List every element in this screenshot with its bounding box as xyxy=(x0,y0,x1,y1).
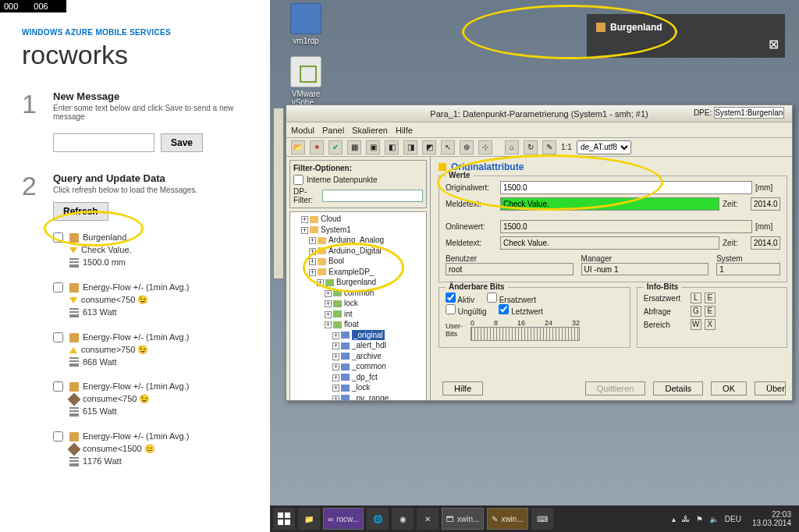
taskbar-osk[interactable]: ⌨ xyxy=(531,508,553,530)
list-item[interactable]: Burgenland Check Value. 1500.0 mm xyxy=(53,232,256,269)
expand-icon[interactable]: + xyxy=(325,290,332,297)
taskbar-xwin1[interactable]: 🗔 xwin... xyxy=(442,508,484,530)
tool-icon[interactable]: ⌂ xyxy=(505,140,519,154)
tool-icon[interactable]: ◨ xyxy=(403,140,417,154)
expand-icon[interactable]: + xyxy=(301,227,308,234)
tree-node[interactable]: +Cloud xyxy=(301,214,424,225)
start-button[interactable] xyxy=(273,508,295,530)
item-checkbox[interactable] xyxy=(53,431,63,442)
expand-icon[interactable]: + xyxy=(309,269,316,276)
cb-ungueltig[interactable] xyxy=(446,304,456,314)
hilfe-button[interactable]: Hilfe xyxy=(442,381,483,395)
tree-node[interactable]: +System1 xyxy=(301,225,424,236)
taskbar-ie[interactable]: 🌐 xyxy=(367,508,389,530)
tray-icon[interactable]: 🔈 xyxy=(709,515,719,523)
desktop-icon-vmware[interactable]: VMware vSphe... xyxy=(284,56,328,107)
expand-icon[interactable]: + xyxy=(309,258,316,265)
new-message-input[interactable] xyxy=(53,133,154,152)
infobit-a[interactable]: G xyxy=(691,306,701,317)
tool-icon[interactable]: ✔ xyxy=(328,140,343,154)
expand-icon[interactable]: + xyxy=(332,332,339,339)
tool-icon[interactable]: ◧ xyxy=(385,140,399,154)
tool-icon[interactable]: ↖ xyxy=(441,140,455,154)
desktop-icon-rdp[interactable]: vm1rdp xyxy=(284,3,328,45)
cb-ersatzwert[interactable] xyxy=(487,293,497,303)
menu-panel[interactable]: Panel xyxy=(322,126,344,135)
list-item[interactable]: Energy-Flow +/- (1min Avg.) consume>750 … xyxy=(53,332,256,369)
tool-icon[interactable]: ▦ xyxy=(347,140,361,154)
originalwert-input[interactable] xyxy=(500,181,752,194)
menu-hilfe[interactable]: Hilfe xyxy=(396,126,413,135)
meldetext-input[interactable] xyxy=(500,197,719,211)
userbits-scale[interactable] xyxy=(471,327,580,341)
refresh-button[interactable]: Refresh xyxy=(53,202,108,221)
tree-node[interactable]: +Arduino_Digital xyxy=(301,246,424,257)
azure-link[interactable]: WINDOWS AZURE MOBILE SERVICES xyxy=(22,28,256,37)
close-icon[interactable]: ⊠ xyxy=(769,37,779,51)
taskbar-clock[interactable]: 22:0313.03.2014 xyxy=(748,510,796,527)
tree-node[interactable]: +_archive xyxy=(301,351,424,362)
menu-skalieren[interactable]: Skalieren xyxy=(352,126,388,135)
quittieren-button[interactable]: Quittieren xyxy=(585,381,646,395)
expand-icon[interactable]: + xyxy=(309,248,316,255)
expand-icon[interactable]: + xyxy=(317,279,324,286)
expand-icon[interactable]: + xyxy=(325,321,332,328)
taskbar-xwin2[interactable]: ✎ xwin... xyxy=(487,508,527,530)
expand-icon[interactable]: + xyxy=(332,353,339,360)
tree-node[interactable]: +_pv_range xyxy=(301,393,424,401)
menu-modul[interactable]: Modul xyxy=(291,126,314,135)
expand-icon[interactable]: + xyxy=(301,216,308,223)
tree-node[interactable]: +_alert_hdl xyxy=(301,340,424,351)
expand-icon[interactable]: + xyxy=(332,385,339,392)
tray-icon[interactable]: ▴ xyxy=(672,515,676,523)
expand-icon[interactable]: + xyxy=(325,300,332,307)
tool-icon[interactable]: ✎ xyxy=(542,140,556,154)
tree-node[interactable]: +common xyxy=(301,288,424,299)
expand-icon[interactable]: + xyxy=(332,364,339,371)
expand-icon[interactable]: + xyxy=(325,311,332,318)
tree-node[interactable]: +Bool xyxy=(301,256,424,267)
ok-button[interactable]: OK xyxy=(711,381,747,395)
cb-aktiv[interactable] xyxy=(446,293,456,303)
tree-node[interactable]: +float xyxy=(301,319,424,330)
infobit-a[interactable]: W xyxy=(691,319,701,330)
tray-icon[interactable]: ⚑ xyxy=(696,515,703,523)
tray-lang[interactable]: DEU xyxy=(725,515,741,523)
taskbar-vs[interactable]: ∞ rocw... xyxy=(323,508,364,530)
cb-letztwert[interactable] xyxy=(499,304,509,314)
item-checkbox[interactable] xyxy=(53,282,63,293)
taskbar-explorer[interactable]: 📁 xyxy=(298,508,320,530)
save-button[interactable]: Save xyxy=(161,133,203,152)
tool-icon[interactable]: 📂 xyxy=(291,140,305,154)
tree-node[interactable]: +_common xyxy=(301,361,424,372)
infobit-a[interactable]: L xyxy=(691,293,701,303)
expand-icon[interactable]: + xyxy=(332,342,339,349)
cb-interne-dp[interactable] xyxy=(293,175,304,185)
tool-icon[interactable]: ◩ xyxy=(422,140,436,154)
expand-icon[interactable]: + xyxy=(332,374,339,381)
tree-node[interactable]: +Arduino_Analog xyxy=(301,235,424,246)
item-checkbox[interactable] xyxy=(53,381,63,392)
tray-icon[interactable]: 🖧 xyxy=(682,515,690,523)
tree-node[interactable]: +_lock xyxy=(301,382,424,393)
tree-node[interactable]: +_dp_fct xyxy=(301,372,424,383)
list-item[interactable]: Energy-Flow +/- (1min Avg.) consume<750 … xyxy=(53,381,256,418)
tool-icon[interactable]: ⊕ xyxy=(460,140,474,154)
taskbar-app[interactable]: ✕ xyxy=(417,508,439,530)
item-checkbox[interactable] xyxy=(53,332,63,342)
taskbar-chrome[interactable]: ◉ xyxy=(392,508,414,530)
list-item[interactable]: Energy-Flow +/- (1min Avg.) consume<1500… xyxy=(53,431,256,468)
infobit-b[interactable]: E xyxy=(705,293,716,303)
tool-icon[interactable]: ↻ xyxy=(524,140,538,154)
tool-icon[interactable]: ✷ xyxy=(310,140,324,154)
datapoint-tree[interactable]: +Cloud+System1+Arduino_Analog+Arduino_Di… xyxy=(289,211,427,400)
expand-icon[interactable]: + xyxy=(332,395,339,401)
item-checkbox[interactable] xyxy=(53,232,63,243)
tool-icon[interactable]: ▣ xyxy=(366,140,380,154)
infobit-b[interactable]: E xyxy=(705,306,716,317)
uebernehmen-button[interactable]: Übernehmen xyxy=(755,381,786,395)
tree-node[interactable]: +lock xyxy=(301,298,424,309)
tree-node[interactable]: +_original xyxy=(301,330,424,341)
expand-icon[interactable]: + xyxy=(309,237,316,244)
list-item[interactable]: Energy-Flow +/- (1min Avg.) consume<750 … xyxy=(53,282,256,319)
